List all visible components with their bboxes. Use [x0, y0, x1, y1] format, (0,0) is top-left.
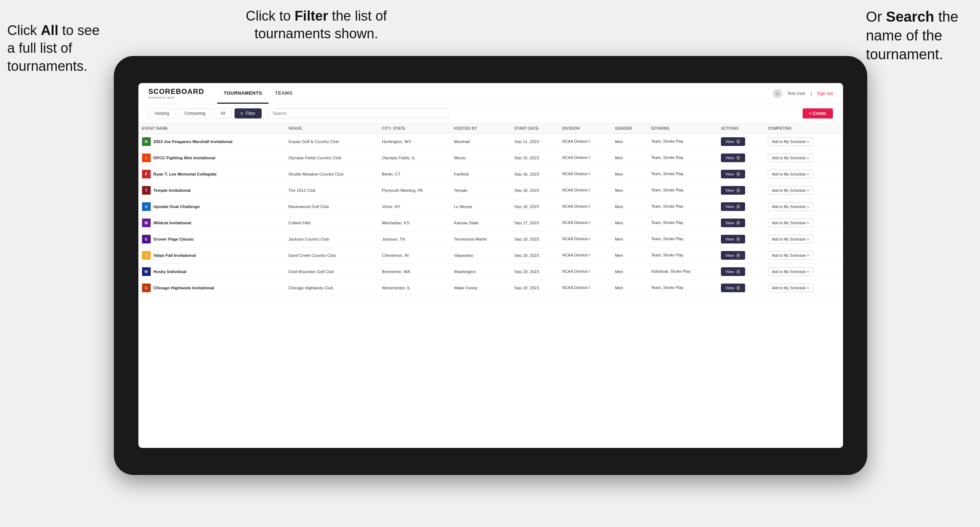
city-state-cell-1: Olympia Fields, IL: [378, 150, 450, 166]
view-button-3[interactable]: View ℹ: [721, 186, 745, 195]
nav-tabs: TOURNAMENTS TEAMS: [217, 83, 299, 104]
actions-cell-0: View ℹ: [717, 133, 764, 150]
add-to-schedule-button-4[interactable]: Add to My Schedule +: [768, 202, 813, 211]
start-date-cell-0: Sep 11, 2023: [511, 133, 558, 150]
view-button-8[interactable]: View ℹ: [721, 267, 745, 276]
scoring-cell-2: Team, Stroke Play: [648, 166, 717, 183]
sign-out-link[interactable]: Sign out: [817, 91, 832, 96]
table-row: F Ryan T. Lee Memorial Collegiate Shuttl…: [138, 166, 843, 183]
event-cell-8: W Husky Individual: [138, 264, 285, 280]
nav-tab-teams[interactable]: TEAMS: [269, 83, 299, 104]
competing-cell-2: Add to My Schedule +: [764, 166, 843, 183]
view-button-7[interactable]: View ℹ: [721, 251, 745, 260]
event-name-3: Temple Invitational: [154, 188, 191, 192]
start-date-cell-5: Sep 17, 2023: [511, 215, 558, 231]
event-name-4: Upstate Dual Challenge: [154, 205, 200, 209]
event-name-8: Husky Individual: [154, 270, 186, 274]
city-state-cell-8: Bremerton, WA: [378, 264, 450, 280]
start-date-cell-8: Sep 18, 2023: [511, 264, 558, 280]
add-to-schedule-button-9[interactable]: Add to My Schedule +: [768, 284, 813, 292]
scoring-cell-6: Team, Stroke Play: [648, 231, 717, 248]
add-to-schedule-button-8[interactable]: Add to My Schedule +: [768, 267, 813, 276]
gender-cell-4: Men: [611, 198, 648, 215]
scoring-cell-3: Team, Stroke Play: [648, 183, 717, 198]
create-button[interactable]: + Create: [803, 108, 833, 119]
add-to-schedule-button-5[interactable]: Add to My Schedule +: [768, 219, 813, 227]
view-button-4[interactable]: View ℹ: [721, 202, 745, 211]
col-actions: ACTIONS: [717, 123, 764, 133]
gender-cell-0: Men: [611, 133, 648, 150]
scoring-cell-9: Team, Stroke Play: [648, 280, 717, 296]
division-cell-2: NCAA Division I: [558, 166, 611, 183]
event-cell-6: G Grover Page Classic: [138, 231, 285, 248]
view-info-icon-7: ℹ: [736, 253, 741, 258]
team-logo-3: T: [142, 186, 151, 195]
team-logo-1: I: [142, 154, 151, 162]
scoring-cell-8: Individual, Stroke Play: [648, 264, 717, 280]
competing-cell-8: Add to My Schedule +: [764, 264, 843, 280]
hosted-by-cell-8: Washington: [450, 264, 511, 280]
annotation-all-bold: All: [41, 23, 59, 38]
view-info-icon-8: ℹ: [736, 269, 741, 274]
view-info-icon-2: ℹ: [736, 171, 741, 177]
filter-bar: Hosting Competing All ≡ Filter + Create: [138, 104, 843, 123]
table-row: T Temple Invitational The 1912 Club Plym…: [138, 183, 843, 198]
actions-cell-4: View ℹ: [717, 198, 764, 215]
all-button[interactable]: All: [214, 108, 231, 119]
logo-area: SCOREBOARD Powered by clppd: [148, 87, 204, 99]
add-to-schedule-button-6[interactable]: Add to My Schedule +: [768, 235, 813, 243]
table-row: G Grover Page Classic Jackson Country Cl…: [138, 231, 843, 248]
event-cell-1: I OFCC Fighting Illini Invitational: [138, 150, 285, 166]
header-right: U Test User | Sign out: [773, 89, 833, 98]
competing-cell-6: Add to My Schedule +: [764, 231, 843, 248]
col-competing: COMPETING: [764, 123, 843, 133]
search-input[interactable]: [268, 108, 449, 119]
scoring-cell-4: Team, Stroke Play: [648, 198, 717, 215]
view-button-2[interactable]: View ℹ: [721, 170, 745, 178]
nav-tab-tournaments[interactable]: TOURNAMENTS: [217, 83, 269, 104]
event-name-9: Chicago Highlands Invitational: [154, 286, 214, 290]
city-state-cell-9: Westchester, IL: [378, 280, 450, 296]
hosting-button[interactable]: Hosting: [148, 108, 176, 119]
view-info-icon-5: ℹ: [736, 220, 741, 225]
hosted-by-cell-6: Tennessee-Martin: [450, 231, 511, 248]
gender-cell-1: Men: [611, 150, 648, 166]
city-state-cell-4: Victor, NY: [378, 198, 450, 215]
filter-button[interactable]: ≡ Filter: [234, 108, 262, 119]
filter-label: Filter: [246, 111, 256, 116]
view-button-9[interactable]: View ℹ: [721, 284, 745, 292]
search-box: [268, 108, 449, 119]
view-button-1[interactable]: View ℹ: [721, 154, 745, 162]
add-to-schedule-button-1[interactable]: Add to My Schedule +: [768, 154, 813, 162]
tournaments-table: EVENT NAME VENUE CITY, STATE HOSTED BY S…: [138, 123, 843, 296]
event-name-5: Wildcat Invitational: [154, 221, 191, 225]
city-state-cell-0: Huntington, WV: [378, 133, 450, 150]
scoring-cell-1: Team, Stroke Play: [648, 150, 717, 166]
add-to-schedule-button-3[interactable]: Add to My Schedule +: [768, 186, 813, 195]
annotation-left: Click All to see a full list of tourname…: [7, 22, 100, 75]
team-logo-2: F: [142, 170, 151, 178]
logo-text: SCOREBOARD: [148, 87, 204, 96]
header: SCOREBOARD Powered by clppd TOURNAMENTS …: [138, 83, 843, 104]
start-date-cell-1: Sep 15, 2023: [511, 150, 558, 166]
add-to-schedule-button-7[interactable]: Add to My Schedule +: [768, 251, 813, 260]
competing-cell-1: Add to My Schedule +: [764, 150, 843, 166]
competing-cell-0: Add to My Schedule +: [764, 133, 843, 150]
view-button-6[interactable]: View ℹ: [721, 235, 745, 243]
venue-cell-0: Guyan Golf & Country Club: [285, 133, 378, 150]
venue-cell-6: Jackson Country Club: [285, 231, 378, 248]
col-division: DIVISION: [558, 123, 611, 133]
city-state-cell-2: Berlin, CT: [378, 166, 450, 183]
add-to-schedule-button-0[interactable]: Add to My Schedule +: [768, 137, 813, 146]
division-cell-5: NCAA Division I: [558, 215, 611, 231]
table-row: W Husky Individual Gold Mountain Golf Cl…: [138, 264, 843, 280]
gender-cell-6: Men: [611, 231, 648, 248]
annotation-top-right: Or Search the name of the tournament.: [866, 7, 958, 63]
view-button-0[interactable]: View ℹ: [721, 137, 745, 146]
add-to-schedule-button-2[interactable]: Add to My Schedule +: [768, 170, 813, 178]
city-state-cell-7: Chesterton, IN: [378, 248, 450, 264]
competing-button[interactable]: Competing: [178, 108, 212, 119]
gender-cell-5: Men: [611, 215, 648, 231]
view-button-5[interactable]: View ℹ: [721, 219, 745, 227]
venue-cell-1: Olympia Fields Country Club: [285, 150, 378, 166]
